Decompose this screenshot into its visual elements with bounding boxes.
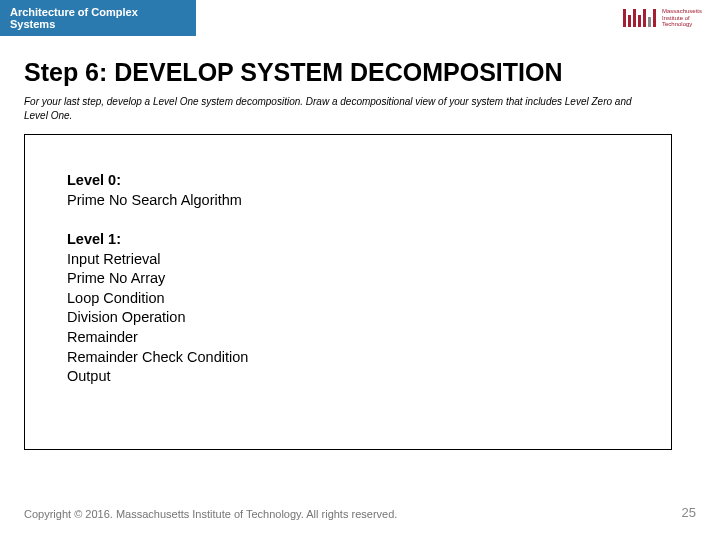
mit-logo-text: Massachusetts Institute of Technology xyxy=(662,8,702,28)
level-1-item: Remainder Check Condition xyxy=(67,348,671,368)
level-1-item: Remainder xyxy=(67,328,671,348)
mit-logo: Massachusetts Institute of Technology xyxy=(623,8,702,28)
decomposition-box: Level 0: Prime No Search Algorithm Level… xyxy=(24,134,672,450)
level-1-item: Loop Condition xyxy=(67,289,671,309)
slide-title: Step 6: DEVELOP SYSTEM DECOMPOSITION xyxy=(24,58,696,87)
level-1-item: Division Operation xyxy=(67,308,671,328)
level-0-block: Level 0: Prime No Search Algorithm xyxy=(67,171,671,210)
level-1-item: Prime No Array xyxy=(67,269,671,289)
page-number: 25 xyxy=(682,505,696,520)
course-title: Architecture of Complex Systems xyxy=(10,6,138,30)
level-0-item: Prime No Search Algorithm xyxy=(67,191,671,211)
level-1-item: Input Retrieval xyxy=(67,250,671,270)
header-course-bar: Architecture of Complex Systems xyxy=(0,0,196,36)
level-0-label: Level 0: xyxy=(67,171,671,191)
mit-logo-bars xyxy=(623,9,656,27)
level-1-item: Output xyxy=(67,367,671,387)
slide-content: Step 6: DEVELOP SYSTEM DECOMPOSITION For… xyxy=(0,36,720,450)
slide-instruction: For your last step, develop a Level One … xyxy=(24,95,644,122)
level-1-block: Level 1: Input Retrieval Prime No Array … xyxy=(67,230,671,387)
copyright-text: Copyright © 2016. Massachusetts Institut… xyxy=(24,508,397,520)
footer: Copyright © 2016. Massachusetts Institut… xyxy=(24,505,696,520)
level-1-label: Level 1: xyxy=(67,230,671,250)
